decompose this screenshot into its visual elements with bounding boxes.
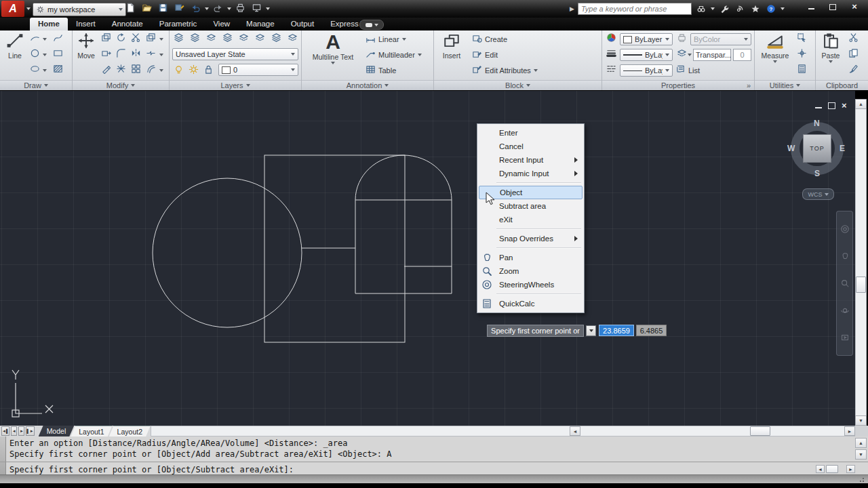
minimize-button[interactable]	[803, 2, 819, 12]
nav-pan-icon[interactable]	[840, 251, 850, 261]
menu-item-dynamic-input[interactable]: Dynamic Input	[479, 167, 583, 180]
layer-thaw-sun-icon[interactable]	[187, 64, 200, 78]
panel-label-annotation[interactable]: Annotation	[302, 80, 433, 90]
current-layer-dropdown[interactable]: 0	[218, 64, 298, 76]
menu-item-cancel[interactable]: Cancel	[479, 140, 583, 153]
dynamic-input-y-field[interactable]: 6.4865	[636, 325, 667, 336]
dynamic-input-x-field[interactable]: 23.8659	[599, 325, 634, 336]
layer-state-dropdown[interactable]: Unsaved Layer State	[172, 48, 298, 60]
transparency-field[interactable]: Transpar...	[693, 49, 731, 61]
new-file-button[interactable]	[123, 2, 138, 16]
lineweight-dropdown[interactable]: ByLayer	[620, 49, 673, 61]
tab-nav-prev[interactable]: ◄	[11, 426, 17, 436]
circle-button[interactable]	[28, 47, 41, 62]
offset-button[interactable]	[144, 63, 157, 77]
layer-unisolate-button[interactable]	[221, 32, 234, 46]
plot-button[interactable]	[233, 2, 248, 16]
favorites-star-icon[interactable]	[749, 3, 762, 15]
table-button[interactable]: Table	[366, 64, 396, 76]
break-button[interactable]	[144, 47, 157, 62]
multiline-text-button[interactable]: A Multiline Text	[306, 32, 360, 64]
menu-item-pan[interactable]: Pan	[479, 251, 583, 264]
layer-freeze-button[interactable]	[237, 32, 250, 46]
canvas-vscrollbar[interactable]	[855, 99, 867, 426]
object-color-dropdown[interactable]: ByLayer	[620, 33, 673, 45]
display-button[interactable]	[250, 2, 264, 16]
command-scroll-down[interactable]: ▼	[855, 449, 867, 460]
dwg-close-button[interactable]: ×	[842, 100, 847, 110]
copy-button[interactable]	[100, 32, 113, 46]
array-button[interactable]	[130, 63, 142, 77]
app-menu-caret-icon[interactable]	[26, 7, 31, 10]
panel-label-block[interactable]: Block	[434, 80, 601, 90]
canvas-hscroll-thumb[interactable]	[750, 426, 770, 436]
canvas-vscroll-thumb[interactable]	[856, 277, 866, 293]
search-input[interactable]	[578, 3, 692, 15]
section-caret-icon[interactable]	[158, 32, 164, 46]
command-prompt-line[interactable]: Specify first corner point or [Object/Su…	[9, 465, 294, 474]
erase-button[interactable]	[100, 63, 113, 77]
canvas-hscroll-right[interactable]: ►	[844, 426, 855, 436]
tab-manage[interactable]: Manage	[238, 18, 283, 30]
properties-expand-icon[interactable]: »	[747, 81, 751, 89]
prompt-scroll-left[interactable]: ◄	[816, 465, 825, 473]
tab-nav-last[interactable]: ▌►	[26, 426, 34, 436]
panel-label-utilities[interactable]: Utilities	[755, 80, 815, 90]
layer-off-button[interactable]	[254, 32, 267, 46]
navigation-bar[interactable]	[836, 211, 853, 356]
menu-item-enter[interactable]: Enter	[479, 126, 583, 140]
tab-insert[interactable]: Insert	[68, 18, 104, 30]
canvas-hscroll-left[interactable]: ◄	[570, 426, 580, 436]
redo-button[interactable]	[211, 2, 225, 16]
section-button[interactable]	[144, 32, 157, 46]
prompt-scroll-thumb[interactable]	[826, 465, 838, 473]
wcs-dropdown[interactable]: WCS	[802, 188, 834, 200]
tab-nav-first[interactable]: ◄▌	[1, 426, 9, 436]
panel-label-layers[interactable]: Layers	[170, 80, 301, 90]
layer-match-button[interactable]	[189, 32, 201, 46]
drawing-canvas[interactable]	[0, 91, 855, 426]
circle-caret-icon[interactable]	[41, 47, 47, 62]
trim-button[interactable]	[130, 32, 142, 46]
stretch-button[interactable]	[100, 47, 113, 62]
arc-button[interactable]	[28, 32, 41, 46]
tab-output[interactable]: Output	[283, 18, 323, 30]
spline-button[interactable]	[52, 32, 64, 46]
quickcalc-button[interactable]	[795, 63, 808, 77]
layer-on-bulb-icon[interactable]	[172, 64, 185, 78]
id-point-button[interactable]	[795, 47, 808, 62]
menu-item-quickcalc[interactable]: QuickCalc	[479, 297, 583, 310]
layer-properties-button[interactable]	[172, 32, 185, 46]
tab-parametric[interactable]: Parametric	[151, 18, 205, 30]
match-properties-button[interactable]	[847, 63, 860, 77]
viewcube-top-face[interactable]: TOP	[803, 134, 831, 163]
quick-select-button[interactable]	[795, 32, 808, 46]
help-icon[interactable]: ?	[765, 3, 777, 15]
tab-view[interactable]: View	[205, 18, 238, 30]
search-icon[interactable]	[695, 3, 707, 15]
tab-annotate[interactable]: Annotate	[104, 18, 151, 30]
tab-layout2[interactable]: Layout2	[109, 426, 151, 437]
rotate-button[interactable]	[115, 32, 127, 46]
open-file-button[interactable]	[140, 2, 154, 16]
viewcube-west[interactable]: W	[787, 144, 795, 153]
multileader-button[interactable]: Multileader	[366, 49, 422, 60]
mirror-button[interactable]	[130, 47, 142, 62]
cut-button[interactable]	[847, 32, 860, 46]
menu-item-exit[interactable]: eXit	[479, 213, 583, 226]
workspace-switcher[interactable]: my workspace	[33, 3, 126, 16]
canvas-vscroll-up[interactable]: ▲	[855, 99, 867, 109]
search-expand-icon[interactable]: ▶	[570, 5, 574, 12]
move-button[interactable]: Move	[74, 32, 98, 60]
panel-label-properties[interactable]: Properties »	[602, 80, 754, 90]
dwg-restore-button[interactable]	[828, 102, 835, 109]
menu-item-snap-overrides[interactable]: Snap Overrides	[479, 232, 583, 245]
layer-isolate-button[interactable]	[205, 32, 218, 46]
undo-button[interactable]	[189, 2, 203, 16]
break-caret-icon[interactable]	[158, 47, 164, 62]
transparency-caret-icon[interactable]	[686, 47, 692, 62]
help-caret-icon[interactable]	[781, 7, 785, 10]
nav-showmotion-icon[interactable]	[840, 333, 850, 342]
close-button[interactable]: ×	[846, 2, 863, 12]
fillet-button[interactable]	[115, 47, 127, 62]
